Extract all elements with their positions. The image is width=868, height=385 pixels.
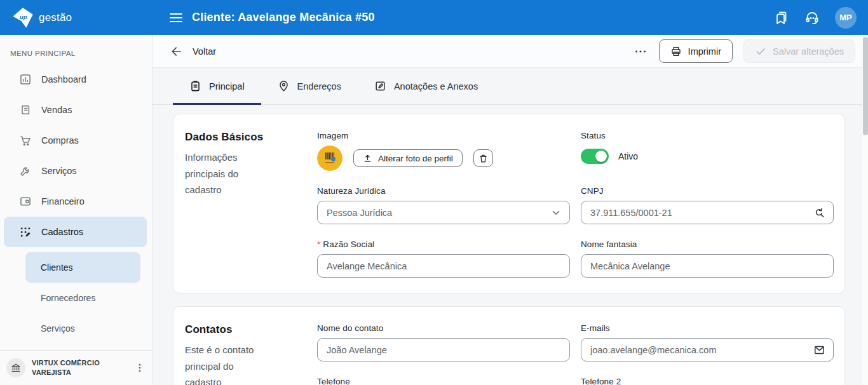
tab-anotacoes-anexos[interactable]: Anotações e Anexos [358, 68, 494, 104]
nome-fantasia-input[interactable] [581, 254, 834, 278]
status-value: Ativo [618, 151, 638, 161]
sidebar-item-financeiro[interactable]: Financeiro [4, 186, 147, 217]
field-label: Imagem [317, 131, 570, 140]
cart-icon [19, 134, 32, 147]
sidebar-item-label: Financeiro [41, 196, 85, 206]
field-telefone: Telefone [317, 377, 570, 385]
clipboard-icon [189, 80, 201, 92]
back-button[interactable]: Voltar [170, 45, 216, 58]
organization-switcher[interactable]: VIRTUX COMÉRCIO VAREJISTA [0, 350, 152, 385]
field-imagem: Imagem [317, 131, 570, 171]
sidebar-item-vendas[interactable]: Vendas [4, 95, 147, 125]
scrollbar-track[interactable] [862, 35, 868, 385]
action-toolbar: Voltar Imprimir [153, 35, 868, 68]
field-label: Telefone [317, 377, 570, 385]
sidebar-subitem-label: Fornecedores [41, 293, 95, 303]
razao-social-input[interactable] [317, 254, 570, 278]
top-header: up gestão Cliente: Aavelange Mecânica #5… [0, 0, 868, 35]
tab-principal[interactable]: Principal [173, 68, 261, 104]
section-title: Contatos [185, 323, 271, 336]
field-status: Status Ativo [581, 131, 834, 171]
edit-note-icon [374, 80, 386, 92]
sidebar-subnav: Clientes Fornecedores Serviços [0, 252, 152, 344]
sidebar-subitem-label: Serviços [41, 323, 75, 334]
sidebar-item-dashboard[interactable]: Dashboard [4, 64, 147, 95]
user-avatar[interactable]: MP [835, 7, 857, 29]
tab-label: Principal [209, 81, 245, 91]
field-label: Telefone 2 [581, 377, 834, 385]
card-contatos: Contatos Este é o contato principal do c… [173, 306, 845, 385]
arrow-left-icon [170, 45, 183, 58]
client-image-avatar[interactable] [317, 145, 342, 171]
sidebar-item-compras[interactable]: Compras [4, 125, 147, 156]
scrollbar-thumb[interactable] [863, 37, 868, 135]
print-button[interactable]: Imprimir [659, 39, 733, 63]
tab-label: Anotações e Anexos [394, 81, 478, 91]
header-main: Cliente: Aavelange Mecânica #50 MP [153, 7, 868, 29]
bookmarks-icon[interactable] [774, 10, 789, 25]
field-razao-social: *Razão Social [317, 240, 570, 278]
sidebar-nav: Dashboard Vendas Compras [0, 64, 152, 350]
field-telefone2: Telefone 2 [581, 377, 834, 385]
field-nome-contato: Nome do contato [317, 323, 570, 361]
main-content: Voltar Imprimir [153, 35, 868, 385]
section-subtitle: Informações principais do cadastro [185, 149, 271, 198]
print-label: Imprimir [688, 46, 721, 57]
scroll-content: Dados Básicos Informações principais do … [153, 105, 868, 385]
sidebar-item-servicos[interactable]: Serviços [4, 156, 147, 186]
sidebar-subitem-servicos[interactable]: Serviços [0, 313, 152, 344]
svg-text:up: up [20, 13, 27, 20]
emails-input[interactable] [581, 338, 834, 361]
sidebar-subitem-fornecedores[interactable]: Fornecedores [0, 283, 152, 313]
field-label: Nome fantasia [581, 240, 834, 249]
sidebar-item-cadastros[interactable]: Cadastros [4, 217, 147, 247]
brand-logo[interactable]: up gestão [0, 6, 153, 29]
cnpj-lookup-icon[interactable] [813, 206, 825, 219]
natureza-juridica-select[interactable]: Pessoa Jurídica [317, 201, 570, 224]
wallet-icon [19, 195, 32, 208]
back-label: Voltar [193, 46, 216, 57]
sidebar-item-label: Cadastros [41, 227, 83, 237]
organization-name: VIRTUX COMÉRCIO VAREJISTA [32, 358, 128, 378]
delete-photo-button[interactable] [473, 149, 493, 167]
sidebar: MENU PRINCIPAL Dashboard Vendas [0, 35, 153, 385]
chevron-down-icon [550, 207, 562, 219]
check-icon [755, 46, 766, 57]
support-headset-icon[interactable] [804, 10, 820, 25]
nome-contato-input[interactable] [317, 338, 570, 361]
more-options-icon[interactable] [633, 44, 648, 59]
envelope-icon[interactable] [813, 344, 825, 356]
tabstrip: Principal Endereços Anotações e Anexos [153, 68, 868, 105]
trash-icon [478, 154, 488, 163]
section-description: Dados Básicos Informações principais do … [185, 131, 306, 278]
sidebar-subitem-label: Clientes [41, 262, 73, 273]
location-pin-icon [278, 80, 290, 92]
section-description: Contatos Este é o contato principal do c… [185, 323, 306, 385]
save-changes-button[interactable]: Salvar alterações [743, 39, 855, 63]
menu-hamburger-icon[interactable] [170, 13, 182, 22]
select-value: Pessoa Jurídica [327, 208, 392, 218]
sidebar-item-label: Vendas [41, 105, 72, 115]
sidebar-item-label: Compras [41, 135, 79, 145]
field-label: Nome do contato [317, 323, 570, 333]
field-label: CNPJ [581, 186, 834, 196]
section-subtitle: Este é o contato principal do cadastro [185, 342, 271, 385]
card-dados-basicos: Dados Básicos Informações principais do … [173, 114, 845, 294]
status-toggle[interactable] [581, 149, 609, 164]
dashboard-icon [19, 73, 32, 86]
toolbar-actions: Imprimir Salvar alterações [633, 39, 855, 63]
field-label: Status [581, 131, 834, 140]
app-window: up gestão Cliente: Aavelange Mecânica #5… [0, 0, 868, 385]
field-cnpj: CNPJ [581, 186, 834, 224]
wrench-icon [19, 165, 32, 177]
field-label: Natureza Jurídica [317, 186, 570, 196]
field-nome-fantasia: Nome fantasia [581, 240, 834, 278]
upgestao-logo-icon: up [11, 6, 34, 29]
cnpj-input[interactable] [581, 201, 834, 224]
kebab-menu-icon[interactable] [134, 362, 146, 374]
sidebar-subitem-clientes[interactable]: Clientes [25, 252, 140, 283]
header-actions: MP [774, 7, 857, 29]
tab-enderecos[interactable]: Endereços [261, 68, 358, 104]
tab-label: Endereços [297, 81, 341, 91]
change-photo-button[interactable]: Alterar foto de perfil [353, 149, 463, 167]
